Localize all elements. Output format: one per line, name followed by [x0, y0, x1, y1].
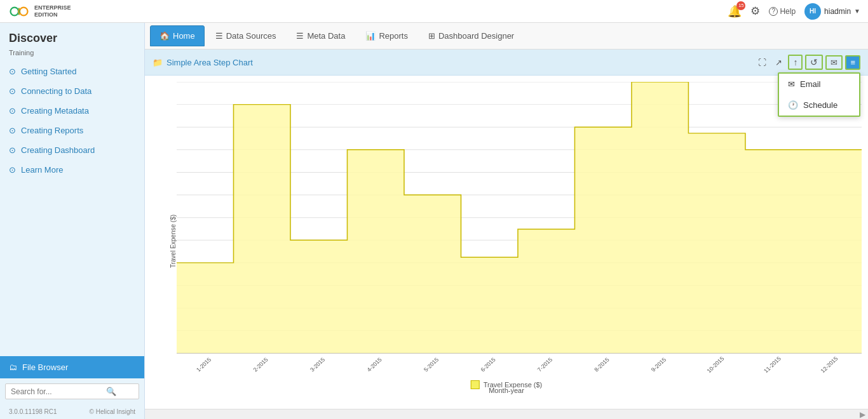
svg-point-0 — [11, 7, 19, 15]
file-browser-icon: 🗂 — [9, 362, 17, 372]
reports-icon: 📊 — [365, 31, 376, 41]
dashboard-designer-icon: ⊞ — [428, 31, 435, 41]
file-browser-button[interactable]: 🗂 File Browser — [0, 356, 144, 378]
chart-svg: 0 200000 400000 600000 800000 1000000 12… — [177, 82, 862, 375]
tab-meta-data[interactable]: ☰ Meta Data — [287, 25, 355, 46]
sidebar-footer: 3.0.0.11198 RC1 © Helical Insight — [0, 404, 144, 419]
chart-title: Simple Area Step Chart — [166, 58, 253, 67]
meta-data-icon: ☰ — [296, 31, 304, 41]
chart-svg-wrap: Travel Expense ($) — [145, 76, 868, 407]
getting-started-icon: ⊙ — [9, 67, 16, 76]
home-icon: 🏠 — [159, 31, 170, 41]
chart-container: 📁 Simple Area Step Chart ⛶ ↗ ↑ ↺ — [145, 50, 868, 409]
notification-bell[interactable]: 🔔 15 — [728, 4, 742, 18]
chart-header: 📁 Simple Area Step Chart ⛶ ↗ ↑ ↺ — [145, 50, 868, 76]
expand-button[interactable]: ⛶ — [755, 57, 770, 69]
sidebar-item-connecting-to-data[interactable]: ⊙ Connecting to Data — [0, 81, 144, 101]
svg-text:9-2015: 9-2015 — [650, 357, 667, 373]
external-link-icon: ↗ — [775, 58, 782, 67]
user-dropdown-arrow[interactable]: ▼ — [854, 8, 860, 15]
chart-title-wrap: 📁 Simple Area Step Chart — [153, 58, 253, 67]
app-header: ENTERPRISE EDITION 🔔 15 ⚙ ? Help HI hiad… — [0, 0, 868, 23]
user-name[interactable]: hiadmin — [824, 7, 851, 16]
logo-text: ENTERPRISE EDITION — [34, 4, 71, 18]
share-icon: ↑ — [793, 57, 797, 67]
creating-reports-icon: ⊙ — [9, 126, 16, 135]
settings-icon-wrap[interactable]: ⚙ — [750, 4, 760, 18]
dropdown-schedule-icon: 🕐 — [788, 100, 798, 110]
user-avatar: HI — [804, 3, 821, 20]
legend-color-swatch — [471, 380, 480, 389]
sidebar-item-creating-dashboard[interactable]: ⊙ Creating Dashboard — [0, 140, 144, 160]
refresh-icon: ↺ — [810, 57, 818, 67]
y-axis-label: Travel Expense ($) — [170, 215, 177, 268]
svg-text:11-2015: 11-2015 — [763, 356, 782, 374]
main-layout: Discover Training ⊙ Getting Started ⊙ Co… — [0, 23, 868, 419]
creating-dashboard-icon: ⊙ — [9, 145, 16, 155]
svg-text:3-2015: 3-2015 — [309, 357, 326, 373]
tab-home[interactable]: 🏠 Home — [150, 25, 205, 46]
sidebar-item-learn-more[interactable]: ⊙ Learn More — [0, 160, 144, 180]
tab-dashboard-designer[interactable]: ⊞ Dashboard Designer — [419, 25, 524, 46]
chart-actions: ⛶ ↗ ↑ ↺ ✉ ≡ — [755, 55, 860, 70]
svg-text:10-2015: 10-2015 — [706, 356, 726, 374]
sidebar: Discover Training ⊙ Getting Started ⊙ Co… — [0, 23, 145, 419]
sidebar-item-creating-reports[interactable]: ⊙ Creating Reports — [0, 121, 144, 140]
dropdown-schedule-item[interactable]: 🕐 Schedule — [779, 95, 859, 116]
sidebar-item-creating-metadata[interactable]: ⊙ Creating Metadata — [0, 101, 144, 121]
share-button[interactable]: ↑ — [788, 55, 803, 70]
connecting-to-data-icon: ⊙ — [9, 86, 16, 96]
action-dropdown: ✉ Email 🕐 Schedule — [778, 72, 860, 117]
logo-wrap: ENTERPRISE EDITION — [8, 3, 71, 20]
svg-text:5-2015: 5-2015 — [423, 357, 440, 373]
scroll-icon[interactable]: ▶ — [860, 410, 865, 419]
expand-icon: ⛶ — [758, 58, 766, 67]
learn-more-icon: ⊙ — [9, 165, 16, 175]
notification-badge: 15 — [736, 1, 745, 10]
svg-text:4-2015: 4-2015 — [365, 357, 383, 373]
main-content: 🏠 Home ☰ Data Sources ☰ Meta Data 📊 Repo… — [145, 23, 868, 419]
bottom-bar: ▶ — [145, 409, 868, 419]
svg-text:8-2015: 8-2015 — [593, 357, 610, 373]
svg-text:6-2015: 6-2015 — [479, 357, 496, 373]
more-button[interactable]: ≡ — [845, 55, 860, 70]
sidebar-item-getting-started[interactable]: ⊙ Getting Started — [0, 62, 144, 81]
search-icon: 🔍 — [106, 387, 116, 396]
help-link[interactable]: ? Help — [769, 7, 796, 16]
tab-reports[interactable]: 📊 Reports — [356, 25, 417, 46]
nav-tabs: 🏠 Home ☰ Data Sources ☰ Meta Data 📊 Repo… — [145, 23, 868, 50]
svg-point-1 — [20, 7, 28, 15]
user-section: HI hiadmin ▼ — [804, 3, 860, 20]
logo-icon — [8, 3, 31, 20]
external-link-button[interactable]: ↗ — [772, 57, 785, 69]
svg-text:12-2015: 12-2015 — [820, 356, 839, 374]
dropdown-email-item[interactable]: ✉ Email — [779, 74, 859, 95]
chart-folder-icon: 📁 — [153, 58, 163, 67]
x-axis-label: Month-year — [489, 387, 524, 394]
sidebar-section-label: Training — [0, 46, 144, 62]
data-sources-icon: ☰ — [215, 31, 223, 41]
email-button[interactable]: ✉ — [825, 55, 843, 70]
search-input[interactable] — [11, 387, 106, 396]
header-right: 🔔 15 ⚙ ? Help HI hiadmin ▼ — [728, 3, 860, 20]
search-box: 🔍 — [5, 383, 139, 399]
svg-text:1-2015: 1-2015 — [195, 357, 212, 373]
tab-data-sources[interactable]: ☰ Data Sources — [206, 25, 286, 46]
email-icon: ✉ — [831, 58, 837, 67]
more-icon: ≡ — [850, 58, 855, 67]
dropdown-email-icon: ✉ — [788, 79, 795, 89]
sidebar-title: Discover — [0, 23, 144, 46]
creating-metadata-icon: ⊙ — [9, 106, 16, 116]
svg-text:7-2015: 7-2015 — [536, 357, 553, 373]
svg-text:2-2015: 2-2015 — [252, 357, 269, 373]
refresh-button[interactable]: ↺ — [805, 55, 823, 70]
